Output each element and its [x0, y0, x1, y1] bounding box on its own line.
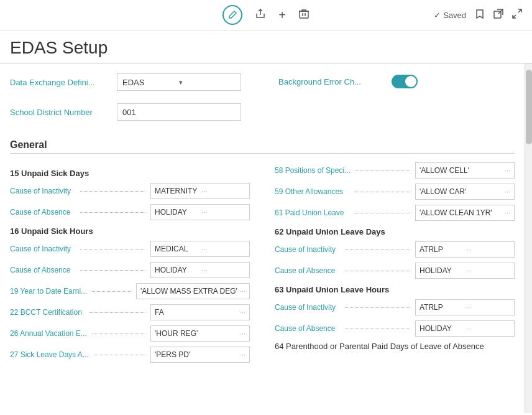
- s15-cause-inactivity-more[interactable]: ···: [199, 187, 245, 195]
- external-link-button[interactable]: [493, 9, 503, 21]
- data-exchange-select[interactable]: EDAS ▾: [117, 73, 241, 91]
- s16-cause-absence-dots: [80, 270, 145, 271]
- chevron-down-icon: ▾: [179, 78, 236, 86]
- s16-cause-inactivity-label: Cause of Inactivity: [10, 245, 75, 253]
- toolbar-center: +: [222, 5, 310, 25]
- data-exchange-row: Data Exchange Defini... EDAS ▾: [10, 73, 241, 91]
- row-22-field[interactable]: FA ···: [150, 304, 250, 320]
- general-divider: [10, 153, 515, 154]
- row-61-dots: [354, 213, 410, 213]
- row-26-dots: [92, 333, 145, 334]
- row-19-dots: [92, 291, 131, 292]
- share-button[interactable]: [255, 8, 266, 22]
- section-16-title: 16 Unpaid Sick Hours: [10, 226, 250, 236]
- s16-cause-inactivity-more[interactable]: ···: [199, 245, 245, 253]
- section-15-title: 15 Unpaid Sick Days: [10, 169, 250, 178]
- svg-rect-0: [300, 11, 308, 18]
- s15-cause-absence-dots: [80, 212, 145, 213]
- section-63-title: 63 Unpaid Union Leave Hours: [275, 285, 515, 294]
- left-fields: Data Exchange Defini... EDAS ▾ School Di…: [10, 73, 241, 127]
- delete-button[interactable]: [298, 8, 310, 22]
- left-column: 15 Unpaid Sick Days Cause of Inactivity …: [10, 162, 268, 368]
- s62-cause-inactivity-row: Cause of Inactivity ATRLP ···: [275, 241, 515, 258]
- s63-cause-inactivity-more[interactable]: ···: [464, 304, 510, 311]
- background-error-toggle[interactable]: [392, 75, 418, 88]
- row-58-dots: [355, 170, 410, 171]
- row-59-dots: [354, 192, 410, 192]
- s62-cause-absence-dots: [345, 271, 410, 271]
- row-22-dots: [89, 312, 145, 313]
- row-58-more[interactable]: ···: [502, 167, 510, 174]
- s15-cause-inactivity-field[interactable]: MATERNITY ···: [150, 183, 250, 199]
- row-26: 26 Annual Vacation E... 'HOUR REG' ···: [10, 325, 250, 342]
- row-19: 19 Year to Date Earni... 'ALLOW MASS EXT…: [10, 283, 250, 299]
- s16-cause-inactivity-dots: [80, 249, 145, 249]
- s16-cause-absence-label: Cause of Absence: [10, 266, 75, 274]
- row-19-more[interactable]: ···: [237, 287, 245, 295]
- top-fields: Data Exchange Defini... EDAS ▾ School Di…: [10, 73, 515, 127]
- scrollbar-thumb[interactable]: [526, 70, 532, 144]
- school-district-row: School District Number: [10, 103, 241, 121]
- s63-cause-absence-more[interactable]: ···: [464, 325, 510, 332]
- school-district-label: School District Number: [10, 108, 109, 117]
- s62-cause-absence-label: Cause of Absence: [275, 266, 340, 275]
- row-26-label: 26 Annual Vacation E...: [10, 329, 87, 338]
- row-22: 22 BCCT Certification FA ···: [10, 304, 250, 320]
- edit-button[interactable]: [222, 5, 242, 25]
- s63-cause-inactivity-row: Cause of Inactivity ATRLP ···: [275, 299, 515, 315]
- row-59-more[interactable]: ···: [502, 188, 510, 195]
- toolbar-right: ✓ Saved: [434, 9, 522, 21]
- row-22-more[interactable]: ···: [237, 309, 245, 316]
- row-27: 27 Sick Leave Days A... 'PERS PD' ···: [10, 347, 250, 363]
- row-61-more[interactable]: ···: [502, 209, 510, 217]
- main-content: Data Exchange Defini... EDAS ▾ School Di…: [0, 63, 532, 413]
- s63-cause-inactivity-dots: [345, 307, 410, 308]
- row-19-label: 19 Year to Date Earni...: [10, 287, 87, 296]
- content-area: Data Exchange Defini... EDAS ▾ School Di…: [0, 63, 525, 413]
- s63-cause-absence-field[interactable]: HOLIDAY ···: [415, 320, 515, 337]
- checkmark-icon: ✓: [434, 11, 441, 20]
- s62-cause-absence-more[interactable]: ···: [464, 267, 510, 274]
- row-27-label: 27 Sick Leave Days A...: [10, 350, 89, 359]
- s15-cause-absence-field[interactable]: HOLIDAY ···: [150, 204, 250, 220]
- row-26-more[interactable]: ···: [237, 330, 245, 337]
- scrollbar-track[interactable]: [525, 63, 532, 413]
- bookmark-button[interactable]: [475, 9, 485, 21]
- two-col-layout: 15 Unpaid Sick Days Cause of Inactivity …: [10, 162, 515, 368]
- right-column: 58 Positions of Speci... 'ALLOW CELL' ··…: [268, 162, 515, 368]
- row-27-more[interactable]: ···: [237, 351, 245, 358]
- row-19-field[interactable]: 'ALLOW MASS EXTRA DEG' ···: [136, 283, 250, 299]
- s62-cause-absence-row: Cause of Absence HOLIDAY ···: [275, 263, 515, 279]
- s62-cause-absence-field[interactable]: HOLIDAY ···: [415, 263, 515, 279]
- s63-cause-inactivity-field[interactable]: ATRLP ···: [415, 299, 515, 315]
- s63-cause-absence-label: Cause of Absence: [275, 324, 340, 333]
- school-district-input[interactable]: [117, 103, 241, 121]
- row-58-field[interactable]: 'ALLOW CELL' ···: [415, 162, 515, 179]
- general-section-title: General: [10, 139, 515, 151]
- page-title: EDAS Setup: [0, 30, 532, 63]
- expand-button[interactable]: [512, 9, 522, 21]
- s62-cause-inactivity-more[interactable]: ···: [464, 246, 510, 253]
- s16-cause-absence-field[interactable]: HOLIDAY ···: [150, 262, 250, 278]
- row-58: 58 Positions of Speci... 'ALLOW CELL' ··…: [275, 162, 515, 179]
- s62-cause-inactivity-field[interactable]: ATRLP ···: [415, 241, 515, 258]
- s15-cause-inactivity-label: Cause of Inactivity: [10, 187, 75, 195]
- row-26-field[interactable]: 'HOUR REG' ···: [150, 325, 250, 342]
- row-59-field[interactable]: 'ALLOW CAR' ···: [415, 184, 515, 200]
- background-error-label: Background Error Ch...: [278, 77, 384, 86]
- s16-cause-absence-more[interactable]: ···: [199, 266, 245, 274]
- s15-cause-absence-label: Cause of Absence: [10, 208, 75, 217]
- top-toolbar: + ✓ Saved: [0, 0, 532, 30]
- row-61-field[interactable]: 'ALLOW CLEAN 1YR' ···: [415, 205, 515, 221]
- data-exchange-label: Data Exchange Defini...: [10, 78, 109, 87]
- section-62-title: 62 Unpaid Union Leave Days: [275, 227, 515, 236]
- s63-cause-absence-dots: [345, 329, 410, 329]
- s63-cause-inactivity-label: Cause of Inactivity: [275, 303, 340, 312]
- s62-cause-inactivity-label: Cause of Inactivity: [275, 245, 340, 254]
- add-button[interactable]: +: [278, 8, 286, 22]
- row-27-field[interactable]: 'PERS PD' ···: [150, 347, 250, 363]
- s15-cause-absence-more[interactable]: ···: [199, 208, 245, 216]
- row-59: 59 Other Allowances 'ALLOW CAR' ···: [275, 184, 515, 200]
- s16-cause-inactivity-field[interactable]: MEDICAL ···: [150, 241, 250, 257]
- row-22-label: 22 BCCT Certification: [10, 308, 85, 317]
